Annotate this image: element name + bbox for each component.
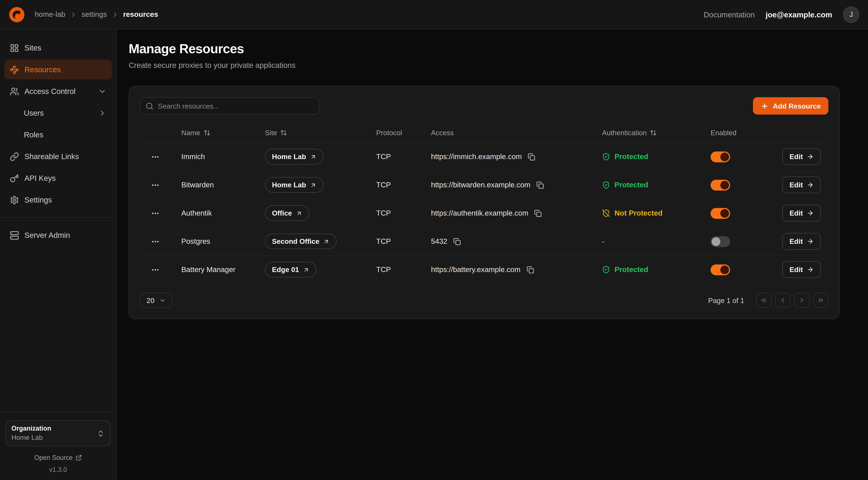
site-link[interactable]: Second Office <box>265 234 337 249</box>
arrow-right-icon <box>807 181 814 188</box>
avatar[interactable]: J <box>843 6 859 23</box>
resource-name: Bitwarden <box>170 181 254 189</box>
search-input[interactable] <box>140 97 319 115</box>
sidebar-item-label: Shareable Links <box>24 152 79 161</box>
resource-name: Authentik <box>170 209 254 217</box>
chevrons-left-icon <box>760 297 768 304</box>
site-link[interactable]: Home Lab <box>265 177 323 193</box>
copy-icon[interactable] <box>452 237 462 246</box>
sidebar-item-label: Sites <box>24 43 41 52</box>
sidebar-item-access-control[interactable]: Access Control <box>4 82 112 101</box>
enabled-toggle[interactable] <box>711 151 730 162</box>
enabled-toggle[interactable] <box>711 208 730 219</box>
key-icon <box>10 174 19 183</box>
main-content: Manage Resources Create secure proxies t… <box>117 29 868 480</box>
server-icon <box>10 231 19 240</box>
resource-protocol: TCP <box>365 153 420 161</box>
arrow-up-right-icon <box>310 182 316 188</box>
first-page-button[interactable] <box>756 293 771 308</box>
page-size-select[interactable]: 20 <box>140 293 173 308</box>
enabled-toggle[interactable] <box>711 264 730 275</box>
sidebar-item-server-admin[interactable]: Server Admin <box>4 226 112 245</box>
previous-page-button[interactable] <box>775 293 790 308</box>
auth-status: Not Protected <box>591 209 700 217</box>
sidebar-item-label: Server Admin <box>24 231 70 239</box>
resources-table: Name Site Protocol Access Authentication <box>140 123 828 284</box>
sort-icon <box>280 129 287 136</box>
row-menu-button[interactable] <box>149 263 162 276</box>
shield-check-icon <box>602 153 610 161</box>
edit-button[interactable]: Edit <box>782 261 821 278</box>
last-page-button[interactable] <box>813 293 828 308</box>
open-source-link[interactable]: Open Source <box>5 454 111 461</box>
app-logo-icon[interactable] <box>9 6 25 23</box>
breadcrumb-org[interactable]: home-lab <box>35 10 65 19</box>
breadcrumb-settings[interactable]: settings <box>82 10 107 19</box>
organization-selector[interactable]: Organization Home Lab <box>5 420 111 446</box>
edit-button[interactable]: Edit <box>782 205 821 221</box>
ellipsis-icon <box>151 237 160 246</box>
auth-status-label: - <box>602 237 604 245</box>
sidebar-item-resources[interactable]: Resources <box>4 60 112 79</box>
site-link[interactable]: Edge 01 <box>265 262 316 277</box>
edit-button[interactable]: Edit <box>782 148 821 165</box>
breadcrumb-resources[interactable]: resources <box>123 10 158 19</box>
user-email[interactable]: joe@example.com <box>766 10 832 19</box>
resource-name: Immich <box>170 153 254 161</box>
copy-icon[interactable] <box>533 208 543 218</box>
site-link[interactable]: Office <box>265 205 309 221</box>
sidebar-item-users[interactable]: Users <box>4 103 112 123</box>
users-icon <box>10 87 19 96</box>
resources-card: Add Resource Name Site P <box>129 86 840 319</box>
table-row: Bitwarden Home Lab TCP https://bitwarden… <box>140 171 828 199</box>
arrow-up-right-icon <box>310 153 316 160</box>
table-row: Battery Manager Edge 01 TCP https://batt… <box>140 256 828 284</box>
edit-button[interactable]: Edit <box>782 233 821 250</box>
site-link[interactable]: Home Lab <box>265 149 323 164</box>
next-page-button[interactable] <box>794 293 809 308</box>
table-row: Authentik Office TCP https://authentik.e… <box>140 199 828 228</box>
enabled-toggle[interactable] <box>711 236 730 247</box>
sidebar-item-settings[interactable]: Settings <box>4 190 112 210</box>
app-version: v1.3.0 <box>5 466 111 474</box>
sidebar-item-api-keys[interactable]: API Keys <box>4 168 112 188</box>
table-row: Postgres Second Office TCP 5432 - Edit <box>140 228 828 256</box>
column-header-site[interactable]: Site <box>254 129 365 137</box>
sidebar-item-roles[interactable]: Roles <box>4 125 112 144</box>
auth-status-label: Protected <box>615 181 648 189</box>
chevron-left-icon <box>779 297 786 304</box>
column-header-enabled: Enabled <box>700 129 776 137</box>
copy-icon[interactable] <box>535 180 545 190</box>
sidebar-item-label: API Keys <box>24 174 56 182</box>
sidebar-item-shareable-links[interactable]: Shareable Links <box>4 147 112 166</box>
column-header-authentication[interactable]: Authentication <box>591 129 700 137</box>
resource-protocol: TCP <box>365 209 420 217</box>
chevron-right-icon <box>798 297 806 304</box>
add-resource-button[interactable]: Add Resource <box>753 97 828 115</box>
edit-button[interactable]: Edit <box>782 177 821 193</box>
access-url: https://authentik.example.com <box>431 209 528 217</box>
copy-icon[interactable] <box>525 265 535 275</box>
table-body: Immich Home Lab TCP https://immich.examp… <box>140 143 828 284</box>
card-footer: 20 Page 1 of 1 <box>140 293 828 308</box>
topbar-right: Documentation joe@example.com J <box>704 6 859 23</box>
row-menu-button[interactable] <box>149 207 162 220</box>
sort-icon <box>204 129 211 136</box>
access-url: 5432 <box>431 237 447 245</box>
row-menu-button[interactable] <box>149 150 162 163</box>
resource-name: Battery Manager <box>170 266 254 274</box>
chevrons-up-down-icon <box>97 429 105 438</box>
auth-status: Protected <box>591 266 700 274</box>
copy-icon[interactable] <box>527 152 536 161</box>
shield-off-icon <box>602 209 610 217</box>
ellipsis-icon <box>151 209 160 217</box>
resource-protocol: TCP <box>365 181 420 189</box>
sidebar-item-sites[interactable]: Sites <box>4 38 112 58</box>
resource-protocol: TCP <box>365 266 420 274</box>
row-menu-button[interactable] <box>149 235 162 248</box>
enabled-toggle[interactable] <box>711 180 730 190</box>
app-root: home-lab settings resources Documentatio… <box>0 0 868 480</box>
row-menu-button[interactable] <box>149 178 162 191</box>
documentation-link[interactable]: Documentation <box>704 10 755 19</box>
column-header-name[interactable]: Name <box>170 129 254 137</box>
